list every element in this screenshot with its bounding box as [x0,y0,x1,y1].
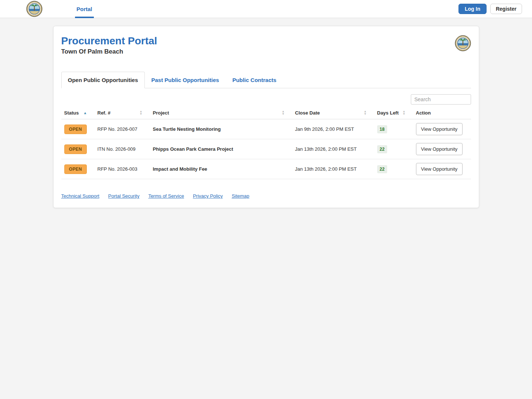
action-cell: View Opportunity [413,139,471,159]
town-seal-logo [26,1,42,17]
project-name-cell: Phipps Ocean Park Camera Project [150,139,292,159]
view-opportunity-button[interactable]: View Opportunity [416,123,463,135]
search-input[interactable] [411,94,471,105]
nav-item-portal[interactable]: Portal [75,0,94,18]
column-header-project[interactable]: Project ▲▼ [150,107,292,119]
status-badge: OPEN [64,125,87,134]
close-date-cell: Jan 9th 2026, 2:00 PM EST [292,119,374,139]
column-header-ref[interactable]: Ref. # ▲▼ [95,107,150,119]
column-label: Close Date [295,110,320,116]
sort-icon: ▲▼ [364,110,367,116]
ref-number-cell: RFP No. 2026-003 [95,159,150,179]
column-label: Status [64,110,79,116]
link-privacy-policy[interactable]: Privacy Policy [193,193,223,199]
tab-open-public-opportunities[interactable]: Open Public Opportunities [61,72,145,88]
days-left-cell: 22 [374,139,413,159]
view-opportunity-button[interactable]: View Opportunity [416,143,463,155]
status-cell: OPEN [61,119,95,139]
opportunities-table-body: OPENRFP No. 2026-007Sea Turtle Nesting M… [61,119,471,179]
opportunities-table: Status ▲ Ref. # ▲▼ Project ▲▼ [61,107,471,179]
link-portal-security[interactable]: Portal Security [108,193,140,199]
ref-number-cell: ITN No. 2026-009 [95,139,150,159]
login-button[interactable]: Log In [458,4,487,14]
column-header-days-left[interactable]: Days Left ▲▼ [374,107,413,119]
nav-portal-label: Portal [76,6,92,12]
top-navbar: Portal Log In Register [0,0,532,18]
close-date-cell: Jan 13th 2026, 2:00 PM EST [292,139,374,159]
link-technical-support[interactable]: Technical Support [61,193,99,199]
page-subtitle: Town Of Palm Beach [61,48,157,55]
table-row: OPENITN No. 2026-009Phipps Ocean Park Ca… [61,139,471,159]
page-title: Procurement Portal [61,35,157,47]
column-header-status[interactable]: Status ▲ [61,107,95,119]
ref-number-cell: RFP No. 2026-007 [95,119,150,139]
action-cell: View Opportunity [413,119,471,139]
view-opportunity-button[interactable]: View Opportunity [416,163,463,175]
register-button[interactable]: Register [490,4,522,14]
column-header-close-date[interactable]: Close Date ▲▼ [292,107,374,119]
table-row: OPENRFP No. 2026-007Sea Turtle Nesting M… [61,119,471,139]
project-name-cell: Impact and Mobility Fee [150,159,292,179]
active-nav-underline [75,17,94,18]
sort-icon: ▲▼ [140,110,143,116]
procurement-portal-card: Procurement Portal Town Of Palm Beach [53,26,479,208]
search-row [61,94,471,105]
sort-ascending-icon: ▲ [83,111,87,115]
status-cell: OPEN [61,139,95,159]
tab-bar: Open Public Opportunities Past Public Op… [61,72,471,88]
table-header-row: Status ▲ Ref. # ▲▼ Project ▲▼ [61,107,471,119]
sort-icon: ▲▼ [282,110,285,116]
tab-past-public-opportunities[interactable]: Past Public Opportunities [145,72,226,88]
days-left-badge: 18 [377,125,387,133]
status-cell: OPEN [61,159,95,179]
table-row: OPENRFP No. 2026-003Impact and Mobility … [61,159,471,179]
town-seal-icon [26,1,42,17]
town-seal-logo-card [455,35,471,51]
title-block: Procurement Portal Town Of Palm Beach [61,35,157,55]
town-seal-icon [455,35,471,51]
days-left-badge: 22 [377,145,387,153]
close-date-cell: Jan 13th 2026, 2:00 PM EST [292,159,374,179]
link-sitemap[interactable]: Sitemap [232,193,249,199]
action-cell: View Opportunity [413,159,471,179]
column-label: Days Left [377,110,399,116]
column-label: Action [416,110,431,116]
days-left-cell: 22 [374,159,413,179]
column-label: Project [153,110,169,116]
days-left-cell: 18 [374,119,413,139]
tab-public-contracts[interactable]: Public Contracts [226,72,283,88]
days-left-badge: 22 [377,165,387,173]
footer-links: Technical Support Portal Security Terms … [61,193,471,200]
column-label: Ref. # [98,110,110,116]
status-badge: OPEN [64,144,87,154]
status-badge: OPEN [64,164,87,174]
card-header: Procurement Portal Town Of Palm Beach [61,35,471,55]
project-name-cell: Sea Turtle Nesting Monitoring [150,119,292,139]
sort-icon: ▲▼ [403,110,406,116]
column-header-action: Action [413,107,471,119]
link-terms-of-service[interactable]: Terms of Service [148,193,184,199]
